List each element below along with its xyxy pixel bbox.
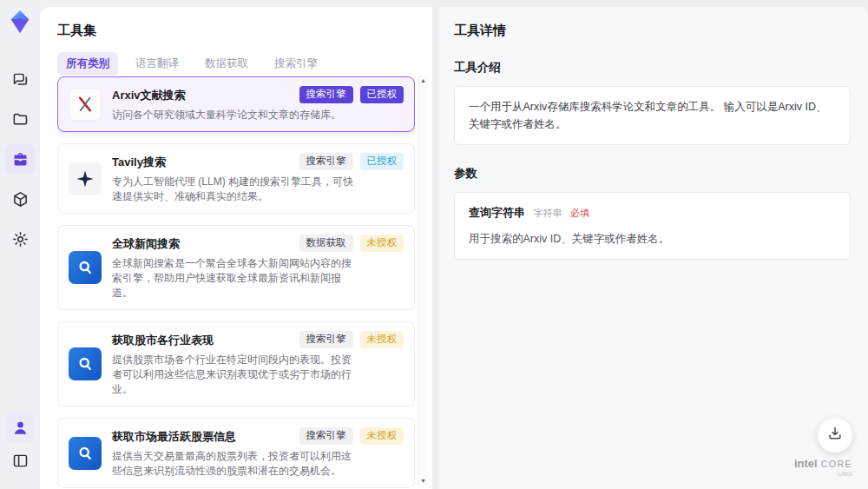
search-q-icon <box>69 251 102 284</box>
sidebar-item-user[interactable] <box>5 413 35 442</box>
tool-card[interactable]: Arxiv文献搜索搜索引擎已授权访问各个研究领域大量科学论文和文章的存储库。 <box>57 76 415 132</box>
tool-tag: 已授权 <box>360 153 404 170</box>
download-button[interactable] <box>818 418 852 453</box>
tool-tag: 搜索引擎 <box>299 331 353 348</box>
params-heading: 参数 <box>454 166 851 182</box>
tool-tag: 搜索引擎 <box>299 153 353 170</box>
tab-item[interactable]: 数据获取 <box>196 52 257 76</box>
pane-divider <box>432 7 438 489</box>
tool-tags: 数据获取未授权 <box>299 235 404 252</box>
intro-text: 一个用于从Arxiv存储库搜索科学论文和文章的工具。 输入可以是Arxiv ID… <box>469 101 827 130</box>
tool-tag: 数据获取 <box>299 235 353 252</box>
scroll-down-arrow[interactable]: ▼ <box>419 477 427 486</box>
detail-pane: 工具详情 工具介绍 一个用于从Arxiv存储库搜索科学论文和文章的工具。 输入可… <box>438 7 868 489</box>
tool-name: 获取股市各行业表现 <box>112 331 293 348</box>
scroll-up-arrow[interactable]: ▲ <box>419 76 427 85</box>
panel-toggle-icon <box>11 452 30 470</box>
tool-name: 获取市场最活跃股票信息 <box>112 427 293 445</box>
tool-tag: 搜索引擎 <box>299 86 353 103</box>
tool-card[interactable]: 获取股市各行业表现搜索引擎未授权提供股票市场各个行业在特定时间段内的表现。投资者… <box>57 321 415 406</box>
sidebar-item-toolbox[interactable] <box>5 144 35 174</box>
param-box: 查询字符串 字符串 必填 用于搜索的Arxiv ID、关键字或作者姓名。 <box>454 192 851 260</box>
tool-description: 提供股票市场各个行业在特定时间段内的表现。投资者可以利用这些信息来识别表现优于或… <box>112 353 357 397</box>
tool-tags: 搜索引擎已授权 <box>299 86 404 103</box>
arxiv-logo-icon <box>69 88 102 121</box>
content-area: 工具集 所有类别语言翻译数据获取搜索引擎 Arxiv文献搜索搜索引擎已授权访问各… <box>40 7 868 489</box>
param-name: 查询字符串 <box>469 206 525 219</box>
tool-card[interactable]: 获取市场最活跃股票信息搜索引擎未授权提供当天交易量最高的股票列表，投资者可以利用… <box>57 418 415 488</box>
tool-description: 专为人工智能代理 (LLM) 构建的搜索引擎工具，可快速提供实时、准确和真实的结… <box>112 175 357 204</box>
tab-item[interactable]: 语言翻译 <box>127 52 187 76</box>
sparkle-icon <box>69 162 102 195</box>
brand-name: intel <box>794 457 818 470</box>
tool-card[interactable]: Tavily搜索搜索引擎已授权专为人工智能代理 (LLM) 构建的搜索引擎工具，… <box>57 143 415 214</box>
scrollbar[interactable]: ▲ ▼ <box>418 76 427 486</box>
tool-description: 全球新闻搜索是一个聚合全球各大新闻网站内容的搜索引擎，帮助用户快速获取全球最新资… <box>112 256 357 301</box>
sidebar-item-gear[interactable] <box>5 224 35 254</box>
gear-icon <box>11 230 30 248</box>
tab-item[interactable]: 搜索引擎 <box>266 52 326 76</box>
tool-tags: 搜索引擎未授权 <box>299 331 404 348</box>
sidebar-item-panel-toggle[interactable] <box>5 446 35 475</box>
cube-icon <box>11 190 30 208</box>
detail-title: 工具详情 <box>454 23 851 39</box>
folder-icon <box>11 110 30 129</box>
tool-tag: 未授权 <box>360 427 404 445</box>
tool-tags: 搜索引擎未授权 <box>299 427 404 445</box>
search-q-icon <box>69 437 102 470</box>
param-type: 字符串 <box>533 208 562 218</box>
tools-pane: 工具集 所有类别语言翻译数据获取搜索引擎 Arxiv文献搜索搜索引擎已授权访问各… <box>40 7 432 489</box>
category-tabs: 所有类别语言翻译数据获取搜索引擎 <box>57 52 432 76</box>
brand-tier: Ultra <box>794 471 852 479</box>
tool-name: Arxiv文献搜索 <box>112 86 293 103</box>
chat-icon <box>11 70 30 89</box>
tool-name: Tavily搜索 <box>112 153 293 170</box>
tool-description: 提供当天交易量最高的股票列表，投资者可以利用这些信息来识别流动性强的股票和潜在的… <box>112 449 357 479</box>
intro-heading: 工具介绍 <box>454 60 851 76</box>
tool-tag: 搜索引擎 <box>299 427 353 445</box>
param-description: 用于搜索的Arxiv ID、关键字或作者姓名。 <box>469 230 836 248</box>
sidebar <box>0 0 40 489</box>
tool-card[interactable]: 全球新闻搜索数据获取未授权全球新闻搜索是一个聚合全球各大新闻网站内容的搜索引擎，… <box>57 225 415 310</box>
tool-tag: 已授权 <box>360 86 404 103</box>
toolbox-icon <box>11 150 30 169</box>
intro-box: 一个用于从Arxiv存储库搜索科学论文和文章的工具。 输入可以是Arxiv ID… <box>454 86 851 145</box>
sidebar-item-folder[interactable] <box>5 104 35 134</box>
sidebar-nav <box>5 64 35 264</box>
app-logo-icon <box>7 9 33 35</box>
sidebar-bottom-nav <box>5 413 35 479</box>
tab-item[interactable]: 所有类别 <box>57 52 118 76</box>
tool-tag: 未授权 <box>360 235 404 252</box>
sidebar-item-cube[interactable] <box>5 184 35 214</box>
param-required-badge: 必填 <box>570 208 589 218</box>
tool-list: Arxiv文献搜索搜索引擎已授权访问各个研究领域大量科学论文和文章的存储库。Ta… <box>57 76 415 489</box>
tool-tags: 搜索引擎已授权 <box>299 153 404 170</box>
page-title: 工具集 <box>57 23 432 39</box>
user-icon <box>11 419 30 437</box>
param-header: 查询字符串 字符串 必填 <box>469 204 836 222</box>
search-q-icon <box>69 347 102 380</box>
tool-description: 访问各个研究领域大量科学论文和文章的存储库。 <box>112 108 357 122</box>
download-icon <box>826 425 844 446</box>
intel-core-logo: intelCORE Ultra <box>794 458 852 479</box>
tool-tag: 未授权 <box>360 331 404 348</box>
brand-series: CORE <box>821 459 852 469</box>
tool-name: 全球新闻搜索 <box>112 235 293 252</box>
sidebar-item-chat[interactable] <box>5 64 35 94</box>
